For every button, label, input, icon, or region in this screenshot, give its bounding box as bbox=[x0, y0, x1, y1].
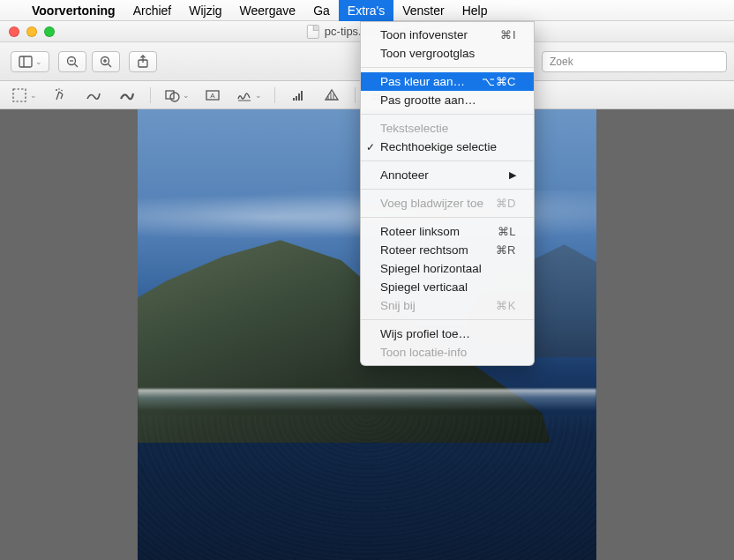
menu-separator bbox=[361, 319, 534, 320]
menu-item-label: Spiegel horizontaal bbox=[380, 262, 482, 275]
search-placeholder: Zoek bbox=[550, 56, 573, 68]
svg-point-14 bbox=[61, 89, 63, 91]
menu-shortcut: ⌘D bbox=[496, 197, 516, 210]
menu-item[interactable]: Pas grootte aan… bbox=[361, 91, 534, 109]
shapes-button[interactable]: ⌄ bbox=[163, 86, 190, 105]
svg-rect-21 bbox=[296, 96, 297, 101]
menu-item: Toon locatie-info bbox=[361, 343, 534, 362]
svg-rect-23 bbox=[301, 91, 303, 101]
svg-line-6 bbox=[109, 63, 112, 67]
menu-item-label: Voeg bladwijzer toe bbox=[380, 197, 483, 210]
menu-item-label: Toon vergrootglas bbox=[380, 47, 475, 60]
svg-rect-0 bbox=[19, 56, 32, 67]
menu-shortcut: ⌘K bbox=[496, 299, 516, 312]
sign-button[interactable]: ⌄ bbox=[236, 86, 262, 105]
adjust-color-button[interactable] bbox=[288, 86, 309, 105]
menu-separator bbox=[361, 114, 534, 115]
menu-item[interactable]: Toon infovenster⌘I bbox=[361, 26, 534, 44]
menu-item[interactable]: Roteer linksom⌘L bbox=[361, 222, 534, 241]
menu-extras[interactable]: Extra's bbox=[339, 0, 393, 21]
svg-point-16 bbox=[170, 93, 179, 101]
menu-item-label: Tekstselectie bbox=[380, 122, 448, 135]
instant-alpha-button[interactable] bbox=[49, 86, 71, 105]
menu-item-label: Spiegel verticaal bbox=[380, 280, 468, 294]
menu-ga[interactable]: Ga bbox=[304, 0, 339, 21]
menu-shortcut: ⌘I bbox=[500, 28, 516, 41]
svg-rect-22 bbox=[298, 93, 300, 101]
minimize-button[interactable] bbox=[26, 26, 37, 37]
search-input[interactable]: Zoek bbox=[542, 51, 727, 72]
menu-help[interactable]: Help bbox=[453, 0, 497, 21]
menu-weergave[interactable]: Weergave bbox=[231, 0, 305, 21]
menu-item-label: Roteer rechtsom bbox=[380, 243, 468, 257]
menu-item[interactable]: Pas kleur aan…⌥⌘C bbox=[361, 72, 534, 91]
menu-item: Snij bij⌘K bbox=[361, 296, 534, 315]
menu-item[interactable]: Wijs profiel toe… bbox=[361, 325, 534, 343]
svg-point-13 bbox=[58, 88, 60, 90]
svg-rect-11 bbox=[13, 89, 26, 101]
extras-dropdown: Toon infovenster⌘IToon vergrootglasPas k… bbox=[360, 21, 535, 366]
toolbar-separator bbox=[150, 87, 151, 103]
menu-item-label: Toon infovenster bbox=[380, 28, 468, 41]
menu-separator bbox=[361, 189, 534, 190]
menu-item-label: Toon locatie-info bbox=[380, 346, 467, 359]
zoom-button[interactable] bbox=[44, 26, 55, 37]
system-menubar: Voorvertoning Archief Wijzig Weergave Ga… bbox=[0, 0, 734, 21]
sketch-tool-button[interactable] bbox=[83, 86, 104, 105]
menu-wijzig[interactable]: Wijzig bbox=[180, 0, 230, 21]
menu-item[interactable]: Spiegel verticaal bbox=[361, 278, 534, 296]
svg-marker-24 bbox=[326, 90, 338, 100]
menu-archief[interactable]: Archief bbox=[124, 0, 181, 21]
svg-text:A: A bbox=[210, 92, 215, 100]
checkmark-icon: ✓ bbox=[366, 141, 375, 153]
draw-tool-button[interactable] bbox=[116, 86, 138, 105]
close-button[interactable] bbox=[9, 26, 19, 37]
menu-item-label: Rechthoekige selectie bbox=[380, 140, 497, 153]
document-icon bbox=[307, 25, 319, 39]
menu-shortcut: ⌥⌘C bbox=[482, 75, 516, 88]
menu-item[interactable]: ✓Rechthoekige selectie bbox=[361, 138, 534, 156]
menu-item-label: Snij bij bbox=[380, 299, 416, 312]
menu-item[interactable]: Roteer rechtsom⌘R bbox=[361, 241, 534, 259]
toolbar-separator bbox=[355, 87, 356, 103]
menu-separator bbox=[361, 67, 534, 68]
menu-item-label: Pas grootte aan… bbox=[380, 93, 476, 107]
menu-item: Voeg bladwijzer toe⌘D bbox=[361, 194, 534, 213]
menu-item: Tekstselectie bbox=[361, 119, 534, 138]
zoom-out-button[interactable] bbox=[58, 51, 86, 72]
sidebar-toggle-button[interactable]: ⌄ bbox=[11, 51, 49, 72]
submenu-arrow-icon: ▶ bbox=[509, 169, 516, 181]
share-button[interactable] bbox=[129, 51, 157, 72]
menu-item-label: Wijs profiel toe… bbox=[380, 327, 470, 340]
traffic-lights bbox=[0, 26, 64, 37]
menu-venster[interactable]: Venster bbox=[393, 0, 453, 21]
menu-shortcut: ⌘R bbox=[496, 243, 516, 257]
menu-shortcut: ⌘L bbox=[498, 225, 516, 238]
menu-item[interactable]: Annoteer▶ bbox=[361, 166, 534, 184]
menu-item-label: Roteer linksom bbox=[380, 225, 460, 238]
menu-item[interactable]: Toon vergrootglas bbox=[361, 44, 534, 63]
menu-separator bbox=[361, 217, 534, 218]
svg-line-3 bbox=[75, 63, 79, 67]
svg-rect-20 bbox=[293, 98, 295, 101]
zoom-in-button[interactable] bbox=[92, 51, 120, 72]
menu-item-label: Pas kleur aan… bbox=[380, 75, 465, 88]
app-name[interactable]: Voorvertoning bbox=[23, 4, 124, 18]
menu-item[interactable]: Spiegel horizontaal bbox=[361, 259, 534, 278]
adjust-size-button[interactable] bbox=[321, 86, 342, 105]
menu-item-label: Annoteer bbox=[380, 168, 429, 182]
svg-point-12 bbox=[56, 89, 57, 91]
menu-separator bbox=[361, 161, 534, 161]
selection-tool-button[interactable]: ⌄ bbox=[11, 86, 37, 105]
toolbar-separator bbox=[274, 87, 275, 103]
text-tool-button[interactable]: A bbox=[202, 86, 223, 105]
